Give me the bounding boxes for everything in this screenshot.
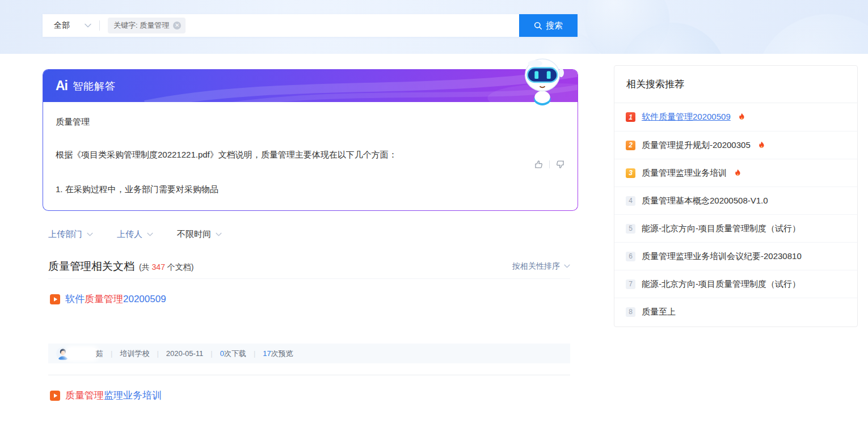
sort-select[interactable]: 按相关性排序: [512, 261, 570, 272]
feedback-controls: [534, 159, 565, 169]
divider: |: [111, 349, 112, 358]
chevron-down-icon: [87, 232, 93, 236]
ai-panel-header: Ai 智能解答: [43, 70, 578, 102]
rank-badge: 1: [626, 112, 635, 122]
related-search-link[interactable]: 软件质量管理20200509: [642, 112, 731, 122]
chevron-down-icon: [147, 232, 153, 236]
download-count: 0次下载: [220, 349, 246, 359]
results-title: 质量管理相关文档: [48, 259, 134, 274]
rank-badge: 5: [626, 224, 635, 234]
related-search-text: 质量管理提升规划-20200305: [642, 140, 751, 151]
related-search-text: 质量管理监理业务培训: [642, 168, 727, 179]
result-item-title[interactable]: 质量管理监理业务培训: [50, 389, 162, 402]
result-title-text: 质量管理监理业务培训: [65, 389, 162, 402]
keyword-tag-label: 关键字: 质量管理: [113, 20, 169, 31]
uploader-org: 培训学校: [120, 349, 149, 359]
document-type-icon: [50, 294, 60, 304]
chevron-down-icon: [564, 264, 570, 268]
divider: |: [157, 349, 158, 358]
rank-badge: 8: [626, 307, 635, 317]
search-icon: [534, 22, 542, 30]
filter-bar: 上传部门 上传人 不限时间: [48, 229, 222, 240]
search-results-page: 全部 关键字: 质量管理 ✕ 搜索 Ai 智能解答 质: [0, 0, 868, 428]
rank-badge: 2: [626, 141, 635, 150]
upload-date: 2020-05-11: [166, 349, 204, 358]
filter-label: 上传人: [117, 229, 142, 240]
related-search-item[interactable]: 2 质量管理提升规划-20200305: [614, 131, 857, 159]
search-bar: 全部 关键字: 质量管理 ✕ 搜索: [43, 14, 578, 37]
ai-answer-line: 1. 在采购过程中，业务部门需要对采购物品: [56, 184, 565, 195]
filter-time-range[interactable]: 不限时间: [177, 229, 222, 240]
results-header: 质量管理相关文档 (共 347 个文档) 按相关性排序: [48, 254, 570, 279]
search-button-label: 搜索: [546, 20, 563, 31]
results-count-number: 347: [152, 262, 165, 272]
related-search-text: 质量管理监理业务培训会议纪要-20230810: [642, 251, 802, 262]
decorative-bubble: [755, 14, 868, 54]
hot-flame-icon: [738, 113, 745, 121]
keyword-tag[interactable]: 关键字: 质量管理 ✕: [108, 18, 186, 33]
result-meta-bar: 茹 | 培训学校 | 2020-05-11 | 0次下载 | 17次预览: [48, 344, 570, 363]
chevron-down-icon: [216, 232, 222, 236]
hot-flame-icon: [758, 141, 765, 150]
related-search-item[interactable]: 7 能源-北京方向-项目质量管理制度（试行）: [614, 270, 857, 298]
ai-logo: Ai: [56, 78, 68, 94]
category-label: 全部: [54, 20, 70, 31]
thumbs-up-icon[interactable]: [534, 159, 544, 169]
filter-upload-department[interactable]: 上传部门: [48, 229, 93, 240]
related-search-item[interactable]: 6 质量管理监理业务培训会议纪要-20230810: [614, 242, 857, 270]
redacted-uploader-name: [65, 348, 98, 360]
ai-answer-body: 质量管理 根据《项目类采购管理制度20221221.pdf》文档说明，质量管理主…: [43, 102, 578, 195]
related-search-item[interactable]: 5 能源-北京方向-项目质量管理制度（试行）: [614, 214, 857, 242]
rank-badge: 4: [626, 196, 635, 206]
divider: [48, 375, 570, 375]
related-search-item[interactable]: 1 软件质量管理20200509: [614, 103, 857, 131]
related-search-text: 质量管理基本概念20200508-V1.0: [642, 196, 768, 206]
results-count: (共 347 个文档): [139, 262, 193, 273]
ai-answer-panel: Ai 智能解答 质量管理 根据《项目类采购管理制度20221221.pdf》文档…: [43, 69, 578, 211]
ai-answer-line: 根据《项目类采购管理制度20221221.pdf》文档说明，质量管理主要体现在以…: [56, 150, 565, 160]
related-search-text: 质量至上: [642, 307, 676, 317]
related-search-text: 能源-北京方向-项目质量管理制度（试行）: [642, 279, 800, 290]
thumbs-down-icon[interactable]: [555, 159, 565, 169]
related-search-panel: 相关搜索推荐 1 软件质量管理20200509 2 质量管理提升规划-20200…: [614, 65, 858, 327]
divider: [99, 20, 100, 31]
related-search-title: 相关搜索推荐: [614, 66, 857, 103]
result-title-text: 软件质量管理20200509: [65, 293, 166, 306]
header-swirl-decoration: [43, 70, 578, 102]
related-search-item[interactable]: 8 质量至上: [614, 298, 857, 325]
filter-label: 上传部门: [48, 229, 82, 240]
rank-badge: 6: [626, 252, 635, 261]
sort-label: 按相关性排序: [512, 261, 560, 272]
divider: [549, 160, 550, 168]
ai-query-text: 质量管理: [56, 117, 565, 128]
rank-badge: 7: [626, 279, 635, 289]
rank-badge: 3: [626, 168, 635, 178]
filter-label: 不限时间: [177, 229, 211, 240]
document-type-icon: [50, 391, 60, 401]
ai-robot-mascot-icon: [520, 55, 564, 106]
highlighted-keyword: 质量管理: [65, 390, 104, 401]
divider: |: [210, 349, 212, 358]
view-count: 17次预览: [263, 349, 293, 359]
highlighted-keyword: 质量管理: [85, 294, 123, 304]
uploader-name: 茹: [96, 349, 103, 359]
related-search-item[interactable]: 3 质量管理监理业务培训: [614, 159, 857, 187]
close-icon[interactable]: ✕: [173, 22, 181, 29]
filter-uploader[interactable]: 上传人: [117, 229, 153, 240]
hot-flame-icon: [734, 169, 741, 177]
result-item-title[interactable]: 软件质量管理20200509: [50, 293, 166, 306]
chevron-down-icon: [85, 23, 91, 28]
category-select[interactable]: 全部: [43, 20, 99, 31]
related-search-item[interactable]: 4 质量管理基本概念20200508-V1.0: [614, 187, 857, 214]
ai-panel-title: 智能解答: [73, 79, 116, 93]
divider: |: [254, 349, 255, 358]
related-search-text: 能源-北京方向-项目质量管理制度（试行）: [642, 223, 800, 234]
search-button[interactable]: 搜索: [519, 14, 578, 37]
